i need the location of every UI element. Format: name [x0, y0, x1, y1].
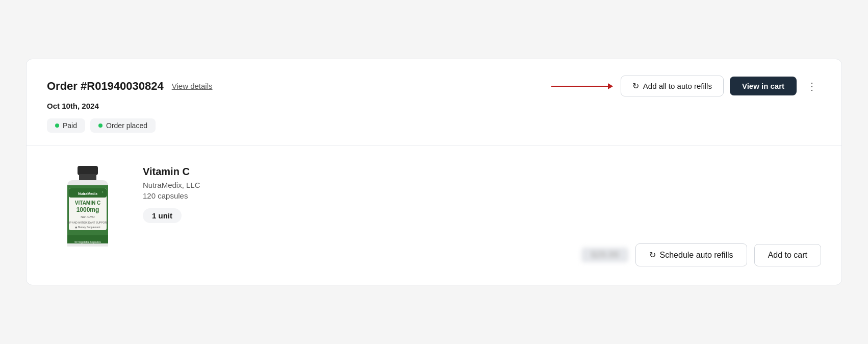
product-image-wrapper: NutraMedix ✦ VITAMIN C 1000mg Non-GMO HI… — [47, 162, 129, 254]
svg-text:◉ Dietary Supplement: ◉ Dietary Supplement — [75, 226, 100, 229]
order-header: Order #R01940030824 View details ↻ Add a… — [27, 59, 841, 145]
product-size: 120 capsules — [143, 191, 821, 200]
svg-rect-4 — [67, 185, 108, 188]
svg-text:✦: ✦ — [101, 190, 104, 193]
order-badges: Paid Order placed — [47, 118, 821, 133]
svg-rect-1 — [79, 174, 96, 181]
more-options-button[interactable]: ⋮ — [803, 77, 821, 95]
order-header-top: Order #R01940030824 View details ↻ Add a… — [47, 76, 821, 96]
order-number: Order #R01940030824 — [47, 80, 164, 93]
paid-label: Paid — [63, 121, 77, 130]
order-card: Order #R01940030824 View details ↻ Add a… — [26, 59, 842, 285]
paid-dot — [55, 124, 59, 128]
order-actions: ↻ Add all to auto refills View in cart ⋮ — [551, 76, 821, 96]
svg-text:VITAMIN C: VITAMIN C — [75, 200, 100, 206]
product-row: NutraMedix ✦ VITAMIN C 1000mg Non-GMO HI… — [47, 162, 821, 266]
product-image: NutraMedix ✦ VITAMIN C 1000mg Non-GMO HI… — [60, 166, 116, 250]
refresh-icon: ↻ — [632, 81, 639, 91]
order-placed-badge: Order placed — [90, 118, 156, 133]
product-section: NutraMedix ✦ VITAMIN C 1000mg Non-GMO HI… — [27, 145, 841, 285]
schedule-refresh-icon: ↻ — [649, 250, 656, 260]
add-to-cart-button[interactable]: Add to cart — [754, 244, 821, 266]
unit-badge: 1 unit — [143, 208, 182, 223]
arrow-line — [551, 86, 612, 87]
product-price: $29.99 — [581, 248, 628, 262]
product-info: Vitamin C NutraMedix, LLC 120 capsules 1… — [143, 162, 821, 266]
svg-rect-16 — [67, 243, 108, 247]
order-title-group: Order #R01940030824 View details — [47, 80, 213, 93]
paid-badge: Paid — [47, 118, 85, 133]
product-brand: NutraMedix, LLC — [143, 181, 821, 189]
add-to-cart-label: Add to cart — [768, 251, 807, 259]
schedule-auto-refills-label: Schedule auto refills — [660, 251, 733, 260]
view-details-link[interactable]: View details — [172, 82, 213, 90]
svg-text:HIP AND ANTIOXIDANT SUPPORT: HIP AND ANTIOXIDANT SUPPORT — [67, 221, 108, 224]
order-date: Oct 10th, 2024 — [47, 102, 821, 110]
order-placed-label: Order placed — [106, 121, 147, 130]
arrow-annotation — [551, 86, 612, 87]
add-all-auto-refills-button[interactable]: ↻ Add all to auto refills — [621, 76, 724, 96]
svg-text:60 Vegetable Capsules: 60 Vegetable Capsules — [74, 240, 101, 243]
product-name: Vitamin C — [143, 166, 821, 178]
order-placed-dot — [98, 124, 103, 128]
svg-text:1000mg: 1000mg — [76, 206, 99, 213]
product-bottom-row: $29.99 ↻ Schedule auto refills Add to ca… — [143, 243, 821, 266]
schedule-auto-refills-button[interactable]: ↻ Schedule auto refills — [635, 243, 747, 266]
svg-text:NutraMedix: NutraMedix — [78, 192, 97, 195]
svg-text:Non-GMO: Non-GMO — [81, 215, 95, 218]
view-in-cart-button[interactable]: View in cart — [730, 77, 797, 95]
svg-rect-0 — [78, 166, 98, 175]
view-in-cart-label: View in cart — [742, 82, 784, 90]
more-icon: ⋮ — [807, 80, 817, 92]
add-all-auto-refills-label: Add all to auto refills — [643, 82, 712, 90]
